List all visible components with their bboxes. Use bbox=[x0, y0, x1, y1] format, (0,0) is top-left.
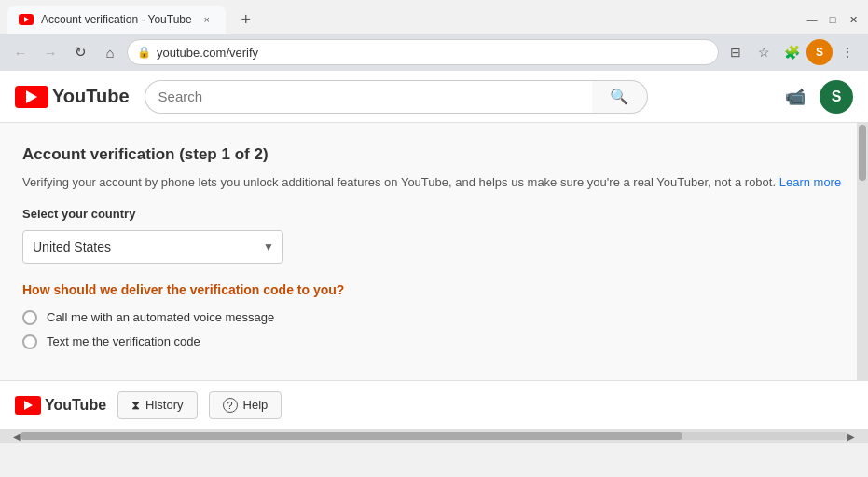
bookmark-button[interactable]: ☆ bbox=[751, 39, 777, 65]
help-button[interactable]: ? Help bbox=[209, 391, 282, 419]
search-button[interactable]: 🔍 bbox=[592, 80, 648, 114]
tab-favicon bbox=[19, 14, 34, 25]
browser-toolbar: ⊟ ☆ 🧩 S ⋮ bbox=[723, 39, 861, 65]
help-label: Help bbox=[243, 398, 269, 412]
browser-profile-avatar[interactable]: S bbox=[806, 39, 833, 65]
bottom-scrollbar[interactable]: ◀ ▶ bbox=[0, 429, 868, 443]
vertical-scrollbar[interactable] bbox=[857, 123, 868, 380]
history-label: History bbox=[145, 398, 183, 412]
radio-text-label: Text me the verification code bbox=[47, 334, 200, 348]
content-area: Account verification (step 1 of 2) Verif… bbox=[0, 123, 868, 380]
page-title: Account verification (step 1 of 2) bbox=[22, 145, 842, 164]
youtube-logo-icon bbox=[15, 86, 48, 108]
new-tab-button[interactable]: + bbox=[233, 7, 259, 33]
camera-icon-button[interactable]: 📹 bbox=[778, 80, 812, 114]
camera-icon: 📹 bbox=[785, 87, 806, 107]
youtube-footer: YouTube ⧗ History ? Help bbox=[0, 380, 868, 429]
radio-option-text[interactable]: Text me the verification code bbox=[22, 334, 842, 349]
search-icon: 🔍 bbox=[610, 88, 628, 105]
youtube-logo-text: YouTube bbox=[52, 86, 130, 107]
country-select-wrapper: United States Canada United Kingdom Aust… bbox=[22, 230, 283, 264]
radio-option-call[interactable]: Call me with an automated voice message bbox=[22, 310, 842, 325]
scrollbar-thumb[interactable] bbox=[859, 125, 866, 181]
scrollbar-track[interactable] bbox=[21, 432, 847, 440]
minimize-button[interactable]: — bbox=[805, 12, 820, 27]
window-controls: — □ ✕ bbox=[805, 12, 861, 27]
help-icon: ? bbox=[223, 398, 238, 413]
scrollbar-container: Account verification (step 1 of 2) Verif… bbox=[0, 123, 868, 380]
extensions-button[interactable]: 🧩 bbox=[778, 39, 805, 65]
main-content-area: Account verification (step 1 of 2) Verif… bbox=[0, 123, 864, 380]
close-button[interactable]: ✕ bbox=[846, 12, 861, 27]
footer-logo-text: YouTube bbox=[45, 397, 106, 414]
address-field[interactable]: 🔒 youtube.com/verify bbox=[127, 39, 719, 65]
history-icon: ⧗ bbox=[131, 398, 140, 413]
search-input[interactable] bbox=[145, 80, 592, 114]
user-avatar[interactable]: S bbox=[820, 80, 853, 114]
page-description: Verifying your account by phone lets you… bbox=[22, 173, 842, 192]
radio-text[interactable] bbox=[22, 334, 37, 349]
learn-more-link[interactable]: Learn more bbox=[779, 175, 841, 189]
back-button[interactable]: ← bbox=[7, 39, 34, 65]
cast-button[interactable]: ⊟ bbox=[723, 39, 749, 65]
radio-call-label: Call me with an automated voice message bbox=[47, 310, 274, 324]
youtube-logo[interactable]: YouTube bbox=[15, 86, 130, 108]
country-select[interactable]: United States Canada United Kingdom Aust… bbox=[22, 230, 283, 264]
tab-title: Account verification - YouTube bbox=[41, 13, 192, 26]
browser-tab[interactable]: Account verification - YouTube × bbox=[7, 6, 226, 34]
forward-button[interactable]: → bbox=[37, 39, 63, 65]
footer-logo-icon bbox=[15, 396, 41, 415]
maximize-button[interactable]: □ bbox=[825, 12, 840, 27]
youtube-header-right: 📹 S bbox=[778, 80, 853, 114]
lock-icon: 🔒 bbox=[137, 46, 151, 59]
history-button[interactable]: ⧗ History bbox=[117, 391, 197, 419]
url-text: youtube.com/verify bbox=[157, 46, 258, 60]
chrome-menu-button[interactable]: ⋮ bbox=[834, 39, 861, 65]
footer-youtube-logo[interactable]: YouTube bbox=[15, 396, 106, 415]
home-button[interactable]: ⌂ bbox=[97, 39, 123, 65]
tab-close-button[interactable]: × bbox=[200, 12, 214, 27]
youtube-search-bar: 🔍 bbox=[145, 80, 648, 114]
reload-button[interactable]: ↻ bbox=[67, 39, 93, 65]
title-bar: Account verification - YouTube × + — □ ✕ bbox=[0, 0, 868, 34]
scroll-right-arrow[interactable]: ▶ bbox=[847, 431, 855, 442]
radio-call[interactable] bbox=[22, 310, 37, 325]
youtube-header: YouTube 🔍 📹 S bbox=[0, 71, 868, 123]
browser-chrome: Account verification - YouTube × + — □ ✕… bbox=[0, 0, 868, 71]
address-bar-row: ← → ↻ ⌂ 🔒 youtube.com/verify ⊟ ☆ 🧩 S ⋮ bbox=[0, 34, 868, 71]
page-content: YouTube 🔍 📹 S Account verification (step… bbox=[0, 71, 868, 429]
scroll-left-arrow[interactable]: ◀ bbox=[13, 431, 21, 442]
scrollbar-thumb-horizontal[interactable] bbox=[21, 432, 682, 440]
country-label: Select your country bbox=[22, 207, 842, 221]
delivery-question: How should we deliver the verification c… bbox=[22, 282, 842, 297]
avatar-letter: S bbox=[832, 89, 842, 105]
